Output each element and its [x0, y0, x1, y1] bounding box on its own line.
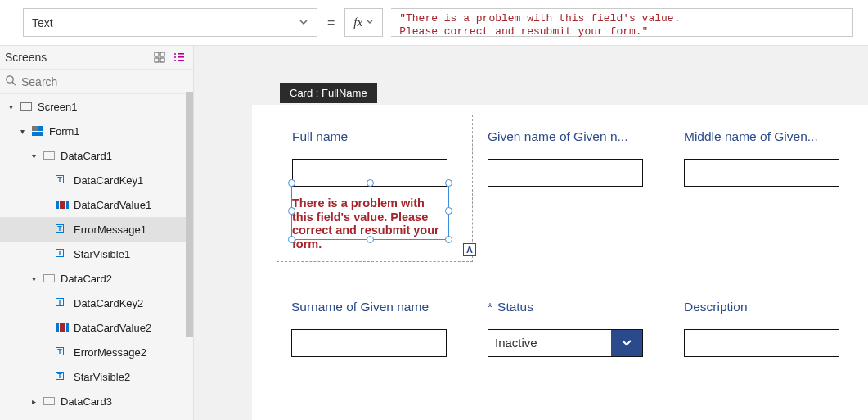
tree-title: Screens: [5, 51, 47, 64]
fx-button[interactable]: fx: [344, 8, 383, 37]
tree-node-datacardvalue2[interactable]: · DataCardValue2: [0, 315, 193, 340]
resize-handle[interactable]: [288, 236, 295, 243]
property-dropdown-value: Text: [32, 16, 53, 29]
resize-handle[interactable]: [367, 236, 374, 243]
tree-node-form1[interactable]: ▾ Form1: [0, 119, 193, 143]
svg-rect-0: [155, 52, 159, 56]
status-value: Inactive: [488, 330, 611, 356]
value-icon: [56, 198, 69, 211]
card-icon: [43, 149, 56, 162]
tree-node-starvisible1[interactable]: · T StarVisible1: [0, 242, 193, 266]
card-icon: [43, 272, 56, 285]
tree-node-errormessage1[interactable]: · T ErrorMessage1: [0, 217, 193, 242]
field-status[interactable]: *Status Inactive: [473, 285, 669, 367]
svg-rect-2: [155, 58, 159, 62]
collapse-icon[interactable]: ▾: [29, 151, 38, 160]
selection-overlay[interactable]: [291, 183, 449, 240]
card-icon: [43, 395, 56, 408]
field-middle-name[interactable]: Middle name of Given...: [669, 115, 866, 262]
equals-label: =: [326, 8, 336, 37]
tree-node-datacard2[interactable]: ▾ DataCard2: [0, 266, 193, 291]
form-surface: Full name There is a problem with this f…: [252, 105, 868, 420]
grid-view-icon[interactable]: [154, 52, 165, 63]
tree-node-starvisible2[interactable]: · T StarVisible2: [0, 364, 193, 389]
search-row: [0, 70, 193, 94]
surname-input[interactable]: [291, 329, 447, 357]
form-icon: [31, 124, 44, 138]
svg-rect-3: [160, 58, 164, 62]
tree-node-datacard3[interactable]: ▸ DataCard3: [0, 389, 193, 413]
svg-rect-1: [160, 52, 164, 56]
field-label: Surname of Given name: [291, 300, 453, 314]
tree-node-screen1[interactable]: ▾ Screen1: [0, 94, 193, 119]
search-icon: [5, 75, 16, 88]
tree-header: Screens: [0, 46, 193, 70]
text-icon: T: [56, 296, 69, 309]
expand-icon[interactable]: ▸: [29, 397, 38, 406]
field-description[interactable]: Description: [669, 285, 866, 367]
text-icon: T: [56, 247, 69, 260]
text-icon: T: [56, 345, 69, 359]
tree-node-datacard1[interactable]: ▾ DataCard1: [0, 143, 193, 168]
formula-input[interactable]: "There is a problem with this field's va…: [391, 8, 853, 37]
resize-handle[interactable]: [445, 207, 452, 215]
svg-point-6: [174, 56, 176, 58]
svg-point-4: [174, 53, 176, 55]
card-tooltip: Card : FullName: [280, 83, 377, 103]
value-icon: [56, 321, 69, 334]
field-surname[interactable]: Surname of Given name: [277, 285, 473, 367]
resize-handle[interactable]: [288, 179, 295, 187]
tree-node-errormessage2[interactable]: · T ErrorMessage2: [0, 340, 193, 364]
field-label: Description: [684, 300, 846, 314]
chevron-down-icon[interactable]: [611, 330, 642, 356]
resize-handle[interactable]: [445, 179, 452, 187]
chevron-down-icon: [299, 16, 308, 29]
given-name-input[interactable]: [488, 159, 643, 187]
property-dropdown[interactable]: Text: [23, 8, 317, 37]
text-icon: T: [56, 174, 69, 187]
svg-point-10: [7, 76, 13, 83]
tree-node-datacardkey2[interactable]: · T DataCardKey2: [0, 291, 193, 315]
scrollbar-thumb[interactable]: [186, 92, 193, 337]
svg-line-11: [12, 82, 16, 85]
tree-panel: Screens ▾ Screen1 ▾: [0, 46, 194, 420]
collapse-icon[interactable]: ▾: [18, 127, 26, 136]
svg-rect-9: [178, 60, 184, 61]
text-icon: T: [56, 223, 69, 236]
required-star: *: [488, 300, 492, 314]
svg-rect-5: [178, 53, 184, 55]
field-label: Given name of Given n...: [488, 129, 650, 144]
resize-handle[interactable]: [288, 207, 295, 215]
field-label: Middle name of Given...: [684, 129, 846, 144]
fx-icon: fx: [353, 16, 362, 29]
collapse-icon[interactable]: ▾: [7, 102, 15, 111]
svg-rect-7: [178, 56, 184, 58]
formula-bar: Text = fx "There is a problem with this …: [0, 0, 868, 46]
tree-node-datacardkey1[interactable]: · T DataCardKey1: [0, 168, 193, 192]
field-full-name[interactable]: Full name There is a problem with this f…: [277, 115, 473, 262]
text-icon: T: [56, 370, 69, 383]
field-given-name[interactable]: Given name of Given n...: [473, 115, 669, 262]
svg-point-8: [174, 60, 176, 61]
list-view-icon[interactable]: [173, 52, 185, 63]
screen-icon: [20, 100, 33, 113]
resize-handle[interactable]: [445, 236, 452, 243]
status-select[interactable]: Inactive: [488, 329, 643, 357]
field-label: *Status: [488, 300, 650, 314]
search-input[interactable]: [21, 75, 188, 88]
resize-handle[interactable]: [367, 179, 374, 187]
collapse-icon[interactable]: ▾: [29, 274, 38, 283]
tree: ▾ Screen1 ▾ Form1 ▾ DataCard1 · T DataCa…: [0, 94, 193, 420]
tree-node-datacardvalue1[interactable]: · DataCardValue1: [0, 192, 193, 217]
middle-name-input[interactable]: [684, 159, 839, 187]
description-input[interactable]: [684, 329, 839, 357]
field-label: Full name: [292, 129, 452, 144]
chevron-down-icon: [366, 18, 374, 28]
